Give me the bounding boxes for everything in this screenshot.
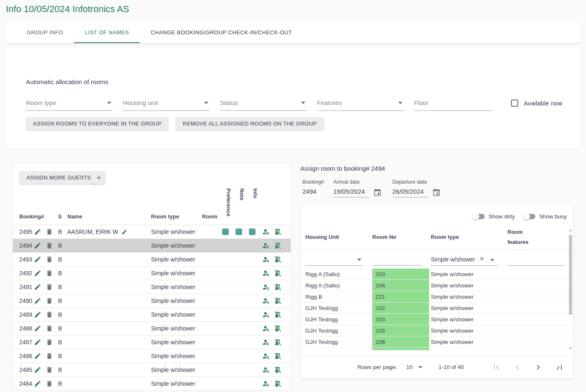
- calendar-icon[interactable]: [373, 188, 382, 197]
- remove-all-assigned-rooms-button[interactable]: REMOVE ALL ASSIGNED ROOMS ON THE GROUP: [176, 117, 324, 130]
- guest-row[interactable]: 2489 B Simple w/shower: [13, 308, 291, 322]
- remove-room-button[interactable]: [274, 325, 291, 332]
- features-select[interactable]: Features: [317, 95, 404, 111]
- room-row[interactable]: GJH Testrigg 105 Simple w/shower: [300, 325, 573, 336]
- edit-guest-button[interactable]: [34, 256, 46, 263]
- assign-rooms-to-everyone-button[interactable]: ASSIGN ROOMS TO EVERYONE IN THE GROUP: [26, 117, 169, 130]
- show-dirty-toggle[interactable]: Show dirty: [473, 213, 515, 220]
- guest-row[interactable]: 2485 B Simple w/shower: [13, 363, 291, 377]
- edit-guest-button[interactable]: [34, 352, 46, 360]
- tab-change-booking[interactable]: CHANGE BOOKING/GROUP CHECK-IN/CHECK-OUT: [140, 22, 303, 43]
- floor-input[interactable]: Floor: [414, 95, 493, 111]
- assign-room-to-guest-button[interactable]: [262, 366, 274, 374]
- assign-room-to-guest-button[interactable]: [262, 380, 274, 387]
- previous-page-button[interactable]: [512, 362, 522, 372]
- delete-guest-button[interactable]: [46, 297, 58, 305]
- show-dirty-switch[interactable]: [473, 214, 485, 219]
- remove-room-button[interactable]: [274, 352, 291, 360]
- scrollbar-thumb[interactable]: [569, 235, 572, 315]
- remove-room-button[interactable]: [274, 283, 291, 291]
- remove-room-button[interactable]: [274, 256, 291, 263]
- delete-guest-button[interactable]: [46, 338, 58, 346]
- room-row[interactable]: GJH Testrigg 103 Simple w/shower: [300, 314, 573, 325]
- housing-unit-select[interactable]: Housing unit: [123, 95, 210, 111]
- room-row[interactable]: Rigg A (Salto) 104 Simple w/shower: [300, 280, 573, 291]
- tab-group-info[interactable]: GROUP INFO: [16, 22, 74, 43]
- room-row[interactable]: Rigg B 221 Simple w/shower: [300, 291, 573, 302]
- last-page-button[interactable]: [554, 362, 564, 372]
- assign-room-to-guest-button[interactable]: [262, 325, 274, 332]
- assign-room-to-guest-button[interactable]: [262, 228, 274, 236]
- available-now-checkbox[interactable]: [511, 100, 518, 107]
- delete-guest-button[interactable]: [46, 256, 58, 263]
- remove-room-button[interactable]: [274, 297, 291, 305]
- scroll-up-icon[interactable]: [569, 229, 572, 231]
- edit-guest-button[interactable]: [34, 283, 46, 291]
- edit-guest-button[interactable]: [34, 242, 46, 249]
- delete-guest-button[interactable]: [46, 366, 58, 374]
- show-busy-toggle[interactable]: Show busy: [524, 213, 567, 220]
- room-type-filter[interactable]: Simple w/shower ✕: [431, 253, 498, 266]
- guest-row[interactable]: 2491 B Simple w/shower: [13, 280, 291, 294]
- remove-room-button[interactable]: [274, 380, 291, 387]
- assign-room-to-guest-button[interactable]: [262, 338, 274, 346]
- delete-guest-button[interactable]: [46, 283, 58, 291]
- guest-row[interactable]: 2488 B Simple w/shower: [13, 322, 291, 336]
- room-no-filter[interactable]: [372, 253, 422, 266]
- housing-unit-filter[interactable]: [305, 253, 363, 266]
- assign-room-to-guest-button[interactable]: [262, 256, 274, 263]
- guest-row[interactable]: 2487 B Simple w/shower: [13, 336, 291, 349]
- assign-room-to-guest-button[interactable]: [262, 352, 274, 360]
- room-row[interactable]: GJH Testrigg 106 Simple w/shower: [300, 336, 573, 348]
- edit-guest-button[interactable]: [34, 338, 46, 346]
- assign-more-guests-button[interactable]: ASSIGN MORE GUESTS: [19, 171, 98, 184]
- guest-row[interactable]: 2486 B Simple w/shower: [13, 349, 291, 363]
- edit-guest-button[interactable]: [34, 311, 46, 318]
- calendar-icon[interactable]: [432, 188, 441, 197]
- arrival-date-input[interactable]: 19/05/2024: [333, 188, 369, 197]
- guest-row[interactable]: 2492 B Simple w/shower: [13, 266, 291, 280]
- edit-guest-button[interactable]: [34, 228, 46, 236]
- remove-room-button[interactable]: [274, 311, 291, 318]
- room-type-select[interactable]: Room type: [26, 95, 113, 111]
- guest-row[interactable]: 2495 B AASRUM, EIRIK W Simple w/shower: [13, 225, 291, 239]
- name-edit-icon[interactable]: [121, 229, 128, 235]
- departure-date-input[interactable]: 26/05/2024: [392, 188, 428, 197]
- tab-list-of-names[interactable]: LIST OF NAMES: [74, 22, 140, 43]
- remove-room-button[interactable]: [274, 338, 291, 346]
- delete-guest-button[interactable]: [46, 380, 58, 387]
- delete-guest-button[interactable]: [46, 242, 58, 249]
- guest-row[interactable]: 2484 B Simple w/shower: [13, 377, 291, 391]
- room-row[interactable]: [300, 348, 573, 350]
- delete-guest-button[interactable]: [46, 325, 58, 332]
- edit-guest-button[interactable]: [34, 269, 46, 277]
- delete-guest-button[interactable]: [46, 352, 58, 360]
- delete-guest-button[interactable]: [46, 311, 58, 318]
- edit-guest-button[interactable]: [34, 297, 46, 305]
- next-page-button[interactable]: [533, 362, 543, 372]
- assign-room-to-guest-button[interactable]: [262, 269, 274, 277]
- remove-room-button[interactable]: [274, 366, 291, 374]
- guest-row[interactable]: 2493 B Simple w/shower: [13, 253, 291, 266]
- scroll-down-icon[interactable]: [569, 348, 572, 350]
- add-guest-button[interactable]: +: [92, 171, 105, 184]
- room-row[interactable]: GJH Testrigg 102 Simple w/shower: [300, 302, 573, 314]
- remove-room-button[interactable]: [274, 242, 291, 249]
- rows-per-page-select[interactable]: 10: [406, 364, 422, 370]
- assign-room-to-guest-button[interactable]: [262, 297, 274, 305]
- remove-room-button[interactable]: [274, 228, 291, 236]
- delete-guest-button[interactable]: [46, 269, 58, 277]
- edit-guest-button[interactable]: [34, 325, 46, 332]
- assign-room-to-guest-button[interactable]: [262, 311, 274, 318]
- edit-guest-button[interactable]: [34, 380, 46, 387]
- status-select[interactable]: Status: [220, 95, 307, 111]
- clear-filter-icon[interactable]: ✕: [479, 255, 485, 263]
- show-busy-switch[interactable]: [524, 214, 535, 219]
- guest-row[interactable]: 2494 B Simple w/shower: [13, 239, 291, 253]
- room-row[interactable]: Rigg A (Salto) 103 Simple w/shower: [300, 269, 573, 280]
- assign-room-to-guest-button[interactable]: [262, 242, 274, 249]
- assign-room-to-guest-button[interactable]: [262, 283, 274, 291]
- guest-row[interactable]: 2490 B Simple w/shower: [13, 294, 291, 308]
- edit-guest-button[interactable]: [34, 366, 46, 374]
- remove-room-button[interactable]: [274, 269, 291, 277]
